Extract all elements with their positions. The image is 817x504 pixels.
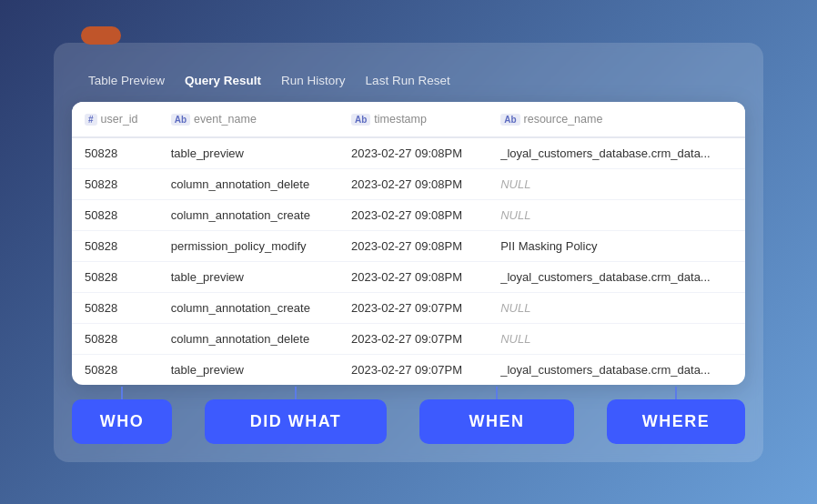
cell-resource_name: NULL	[488, 323, 745, 354]
cell-resource_name: PII Masking Policy	[488, 230, 745, 261]
table-row: 50828table_preview2023-02-27 09:08PM_loy…	[72, 137, 745, 169]
when-button[interactable]: WHEN	[419, 399, 574, 444]
col-group-who: WHO	[72, 387, 172, 444]
nav-tabs: Table PreviewQuery ResultRun HistoryLast…	[54, 43, 763, 102]
cell-resource_name: NULL	[488, 292, 745, 323]
table-wrapper: #user_idAbevent_nameAbtimestampAbresourc…	[72, 102, 745, 385]
table-header-row: #user_idAbevent_nameAbtimestampAbresourc…	[72, 102, 745, 137]
connector-line-who	[121, 387, 123, 399]
table-row: 50828column_annotation_delete2023-02-27 …	[72, 323, 745, 354]
table-body: 50828table_preview2023-02-27 09:08PM_loy…	[72, 137, 745, 385]
cell-user_id: 50828	[72, 292, 158, 323]
cell-event_name: column_annotation_create	[158, 199, 338, 230]
cell-resource_name: NULL	[488, 199, 745, 230]
nav-tab-run-history[interactable]: Run History	[274, 70, 353, 91]
cell-user_id: 50828	[72, 230, 158, 261]
nav-tab-query-result[interactable]: Query Result	[177, 70, 268, 91]
cell-event_name: table_preview	[158, 261, 338, 292]
cell-timestamp: 2023-02-27 09:08PM	[338, 230, 488, 261]
cell-resource_name: NULL	[488, 168, 745, 199]
cell-timestamp: 2023-02-27 09:07PM	[338, 323, 488, 354]
table-row: 50828column_annotation_delete2023-02-27 …	[72, 168, 745, 199]
connector-line-did-what	[295, 387, 297, 399]
cell-user_id: 50828	[72, 137, 158, 169]
table-row: 50828column_annotation_create2023-02-27 …	[72, 292, 745, 323]
main-container: Table PreviewQuery ResultRun HistoryLast…	[54, 43, 763, 462]
col-header-resource_name: Abresource_name	[488, 102, 745, 137]
cell-timestamp: 2023-02-27 09:08PM	[338, 137, 488, 169]
cell-user_id: 50828	[72, 323, 158, 354]
cell-user_id: 50828	[72, 354, 158, 385]
table-row: 50828column_annotation_create2023-02-27 …	[72, 199, 745, 230]
cell-timestamp: 2023-02-27 09:08PM	[338, 199, 488, 230]
data-table: #user_idAbevent_nameAbtimestampAbresourc…	[72, 102, 745, 385]
who-button[interactable]: WHO	[72, 399, 172, 444]
did-what-button[interactable]: DID WHAT	[205, 399, 387, 444]
cell-timestamp: 2023-02-27 09:07PM	[338, 354, 488, 385]
col-group-when: WHEN	[419, 387, 574, 444]
cell-resource_name: _loyal_customers_database.crm_data...	[488, 354, 745, 385]
nav-tab-last-run-reset[interactable]: Last Run Reset	[358, 70, 458, 91]
cell-user_id: 50828	[72, 168, 158, 199]
cell-user_id: 50828	[72, 261, 158, 292]
cell-event_name: table_preview	[158, 354, 338, 385]
bottom-section: WHODID WHATWHENWHERE	[54, 387, 763, 444]
main-card: #user_idAbevent_nameAbtimestampAbresourc…	[72, 102, 745, 385]
col-header-event_name: Abevent_name	[158, 102, 338, 137]
col-header-timestamp: Abtimestamp	[338, 102, 488, 137]
cell-timestamp: 2023-02-27 09:08PM	[338, 261, 488, 292]
nav-tab-table-preview[interactable]: Table Preview	[81, 70, 172, 91]
connector-line-where	[675, 387, 677, 399]
cell-event_name: permission_policy_modify	[158, 230, 338, 261]
table-row: 50828table_preview2023-02-27 09:07PM_loy…	[72, 354, 745, 385]
col-group-did-what: DID WHAT	[205, 387, 387, 444]
cell-event_name: column_annotation_create	[158, 292, 338, 323]
connector-line-when	[496, 387, 498, 399]
col-group-where: WHERE	[607, 387, 745, 444]
cell-user_id: 50828	[72, 199, 158, 230]
cell-resource_name: _loyal_customers_database.crm_data...	[488, 261, 745, 292]
cell-event_name: column_annotation_delete	[158, 323, 338, 354]
audit-logs-badge	[81, 26, 121, 45]
cell-event_name: table_preview	[158, 137, 338, 169]
where-button[interactable]: WHERE	[607, 399, 745, 444]
table-row: 50828permission_policy_modify2023-02-27 …	[72, 230, 745, 261]
table-row: 50828table_preview2023-02-27 09:08PM_loy…	[72, 261, 745, 292]
cell-event_name: column_annotation_delete	[158, 168, 338, 199]
cell-resource_name: _loyal_customers_database.crm_data...	[488, 137, 745, 169]
cell-timestamp: 2023-02-27 09:08PM	[338, 168, 488, 199]
col-header-user_id: #user_id	[72, 102, 158, 137]
cell-timestamp: 2023-02-27 09:07PM	[338, 292, 488, 323]
